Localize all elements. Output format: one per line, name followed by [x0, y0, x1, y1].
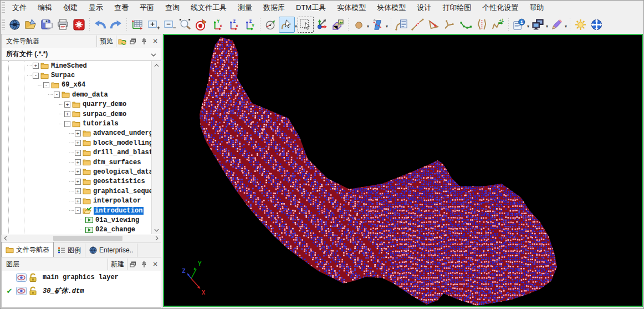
menubar-grip-handle[interactable]	[2, 2, 5, 13]
orbit-sphere-icon[interactable]	[589, 17, 605, 33]
view-xy-icon[interactable]: Yx	[209, 17, 226, 33]
menu-item-11[interactable]: 实体模型	[331, 1, 371, 15]
move-3d-icon[interactable]	[314, 17, 330, 33]
tab-enterprise-[interactable]: Enterprise..	[85, 244, 137, 257]
menu-item-4[interactable]: 查看	[109, 1, 134, 15]
3d-viewport-canvas[interactable]	[164, 35, 642, 306]
pin-panel-icon[interactable]	[139, 37, 150, 47]
expand-plus-icon[interactable]: +	[75, 169, 81, 175]
clip-plane-icon[interactable]	[370, 17, 386, 33]
render-solid-icon[interactable]	[330, 17, 346, 33]
properties-info-icon[interactable]: i	[511, 17, 527, 33]
tree-item-drill-and-blast[interactable]: +drill_and_blast	[2, 148, 161, 158]
printer-icon[interactable]	[55, 17, 71, 33]
tab-文件导航器[interactable]: 文件导航器	[1, 242, 54, 257]
lighting-sun-icon[interactable]	[573, 17, 589, 33]
collapse-minus-icon[interactable]: -	[33, 73, 39, 79]
close-panel-icon[interactable]: ✕	[150, 37, 161, 47]
display-monitor-icon[interactable]	[530, 17, 546, 33]
toolbar-grip-handle[interactable]	[2, 19, 5, 30]
menu-item-12[interactable]: 块体模型	[371, 1, 411, 15]
menu-item-6[interactable]: 查询	[160, 1, 185, 15]
tree-vertical-scrollbar[interactable]	[151, 61, 161, 234]
string-document-icon[interactable]	[393, 17, 410, 33]
menu-item-2[interactable]: 创建	[58, 1, 83, 15]
layer-visibility-eye-icon[interactable]	[16, 273, 27, 282]
layer-row[interactable]: ✔30_矿体.dtm	[2, 284, 161, 297]
break-line-icon[interactable]	[410, 17, 426, 33]
menu-item-13[interactable]: 设计	[411, 1, 437, 15]
menu-item-8[interactable]: 测量	[232, 1, 258, 15]
view-xz-icon[interactable]: Zx	[226, 17, 242, 33]
tree-item-geostatistics[interactable]: +geostatistics	[2, 177, 161, 186]
tree-item-tutorials[interactable]: -tutorials	[2, 119, 161, 128]
scroll-left-icon[interactable]	[2, 235, 9, 241]
tree-item-02a-change[interactable]: 02a_change	[2, 225, 161, 235]
dropdown-arrow-icon[interactable]: ▾	[367, 21, 369, 29]
collapse-minus-icon[interactable]: -	[54, 92, 60, 98]
expand-plus-icon[interactable]: +	[33, 63, 39, 69]
tree-item-surpac-demo[interactable]: +surpac_demo	[2, 109, 161, 119]
menu-item-1[interactable]: 编辑	[32, 1, 58, 15]
layer-unlocked-icon[interactable]	[29, 273, 37, 282]
expand-plus-icon[interactable]: +	[64, 102, 70, 108]
close-panel-icon[interactable]: ✕	[150, 260, 161, 270]
tree-item-block-modelling[interactable]: +block_modelling	[2, 138, 161, 148]
float-panel-icon[interactable]	[127, 37, 139, 47]
tree-item-69-x64[interactable]: -69_x64	[2, 80, 161, 90]
menu-item-16[interactable]: 帮助	[524, 1, 549, 15]
layer-checked-icon[interactable]: ✔	[5, 287, 14, 295]
tree-item-quarry-demo[interactable]: +quarry_demo	[2, 100, 161, 109]
scroll-right-icon[interactable]	[153, 235, 161, 241]
point-style-icon[interactable]	[351, 17, 367, 33]
tree-item-advanced-underg[interactable]: +advanced_underg	[2, 129, 161, 138]
rotate-view-icon[interactable]	[263, 17, 279, 33]
select-cursor-icon[interactable]	[279, 17, 295, 33]
collapse-minus-icon[interactable]: -	[64, 121, 70, 127]
redo-arrow-icon[interactable]	[108, 17, 124, 33]
menu-item-15[interactable]: 个性化设置	[477, 1, 524, 15]
zoom-out-icon[interactable]	[161, 17, 177, 33]
scrollbar-thumb[interactable]	[53, 236, 122, 241]
menu-item-7[interactable]: 线文件工具	[185, 1, 232, 15]
scroll-down-icon[interactable]	[152, 226, 161, 234]
layer-row[interactable]: main graphics layer	[2, 271, 161, 284]
tree-item-graphical-seque[interactable]: +graphical_seque	[2, 186, 161, 196]
scroll-up-icon[interactable]	[152, 61, 161, 69]
menu-item-10[interactable]: DTM工具	[290, 1, 331, 15]
expand-plus-icon[interactable]: +	[75, 198, 81, 204]
file-filter-combo[interactable]: 所有文件 (.*.*)	[1, 48, 161, 61]
refresh-folder-icon[interactable]	[116, 37, 127, 47]
dropdown-arrow-icon[interactable]: ▾	[565, 21, 567, 29]
globe-3d-icon[interactable]	[7, 17, 23, 33]
expand-plus-icon[interactable]: +	[75, 179, 81, 185]
dropdown-arrow-icon[interactable]: ▾	[386, 21, 388, 29]
preview-button[interactable]: 预览	[96, 36, 116, 47]
edit-pencil-icon[interactable]	[549, 17, 565, 33]
expand-plus-icon[interactable]: +	[75, 130, 81, 136]
menu-item-9[interactable]: 数据库	[258, 1, 290, 15]
tree-item-demo-data[interactable]: -demo_data	[2, 90, 161, 99]
pin-panel-icon[interactable]	[139, 260, 150, 270]
tree-item-surpac[interactable]: -Surpac	[2, 70, 161, 80]
float-panel-icon[interactable]	[127, 260, 139, 270]
tree-item-dtm-surfaces[interactable]: +dtm_surfaces	[2, 158, 161, 167]
split-line-icon[interactable]	[474, 17, 490, 33]
tree-item-geological-data[interactable]: +geological_data	[2, 167, 161, 176]
expand-plus-icon[interactable]: +	[75, 150, 81, 156]
view-zy-icon[interactable]: ZY	[242, 17, 258, 33]
close-string-icon[interactable]	[426, 17, 442, 33]
dropdown-arrow-icon[interactable]: ▾	[527, 21, 529, 29]
reset-graphics-icon[interactable]	[71, 17, 87, 33]
tree-item-introduction[interactable]: -introduction	[2, 206, 161, 215]
data-marker-icon[interactable]	[193, 17, 209, 33]
menu-item-5[interactable]: 平面	[134, 1, 160, 15]
renumber-plus1-icon[interactable]: +1	[490, 17, 506, 33]
zoom-all-icon[interactable]	[129, 17, 145, 33]
join-string-icon[interactable]	[442, 17, 458, 33]
menu-item-3[interactable]: 显示	[83, 1, 109, 15]
collapse-minus-icon[interactable]: -	[43, 82, 49, 88]
tab-图例[interactable]: 图例	[54, 244, 85, 257]
layer-unlocked-icon[interactable]	[29, 286, 37, 295]
menu-item-0[interactable]: 文件	[7, 1, 32, 15]
